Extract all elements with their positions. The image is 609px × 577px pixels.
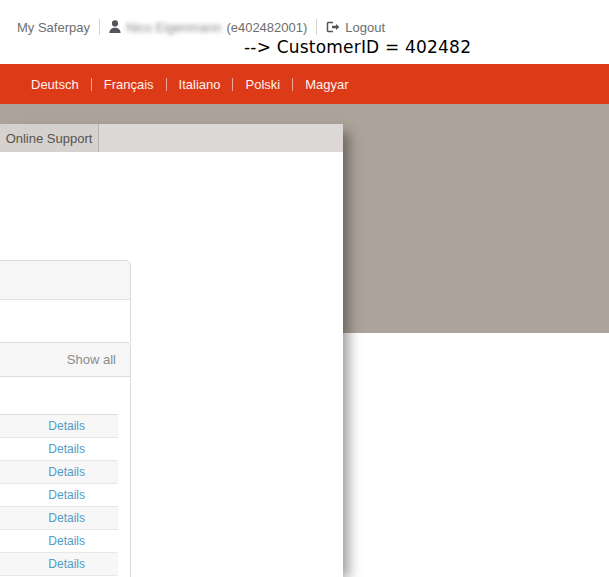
language-divider: [166, 78, 167, 91]
user-account-id: (e402482001): [226, 20, 307, 35]
details-link[interactable]: Details: [48, 465, 85, 479]
upper-card-header: [0, 261, 130, 300]
details-link[interactable]: Details: [48, 557, 85, 571]
table-row: Details: [0, 484, 118, 507]
logout-label: Logout: [345, 20, 385, 35]
table-header-row: [0, 377, 118, 415]
details-link[interactable]: Details: [48, 511, 85, 525]
table-row: Details: [0, 530, 118, 553]
details-link[interactable]: Details: [48, 534, 85, 548]
language-link-magyar[interactable]: Magyar: [305, 77, 348, 92]
language-link-polski[interactable]: Polski: [245, 77, 280, 92]
table-row: Details: [0, 553, 118, 576]
tab-online-support-label: Online Support: [6, 131, 93, 146]
language-bar: Deutsch Français Italiano Polski Magyar: [0, 64, 609, 104]
table-row: Details: [0, 507, 118, 530]
upper-card: [0, 260, 131, 346]
details-link[interactable]: Details: [48, 488, 85, 502]
tab-bar: Online Support: [0, 124, 343, 152]
my-saferpay-link[interactable]: My Saferpay: [17, 20, 90, 35]
support-card-header: Show all: [0, 343, 130, 377]
upper-card-body: [0, 300, 130, 345]
support-table: Details Details Details Details Details: [0, 377, 118, 576]
support-card: Show all Details Details Details Details: [0, 342, 131, 577]
panel-content: Show all Details Details Details Details: [0, 152, 343, 577]
language-link-deutsch[interactable]: Deutsch: [31, 77, 79, 92]
language-divider: [91, 78, 92, 91]
language-divider: [292, 78, 293, 91]
customer-id-annotation: --> CustomerID = 402482: [244, 37, 471, 57]
header-divider: [316, 19, 317, 35]
show-all-link[interactable]: Show all: [67, 352, 116, 367]
logout-icon: [326, 19, 340, 37]
details-link[interactable]: Details: [48, 419, 85, 433]
language-link-francais[interactable]: Français: [104, 77, 154, 92]
content-panel: Online Support Show all Details: [0, 124, 343, 577]
tab-online-support[interactable]: Online Support: [0, 124, 99, 152]
table-row: Details: [0, 438, 118, 461]
page: My Saferpay Nico Eigenmann (e402482001) …: [0, 0, 609, 577]
table-row: Details: [0, 461, 118, 484]
tab-bar-filler: [99, 124, 343, 152]
user-icon: [109, 19, 121, 37]
user-name-redacted: Nico Eigenmann: [126, 20, 221, 35]
language-link-italiano[interactable]: Italiano: [179, 77, 221, 92]
logout-button[interactable]: Logout: [326, 18, 385, 36]
table-row: Details: [0, 415, 118, 438]
header-divider: [99, 19, 100, 35]
details-link[interactable]: Details: [48, 442, 85, 456]
language-divider: [232, 78, 233, 91]
